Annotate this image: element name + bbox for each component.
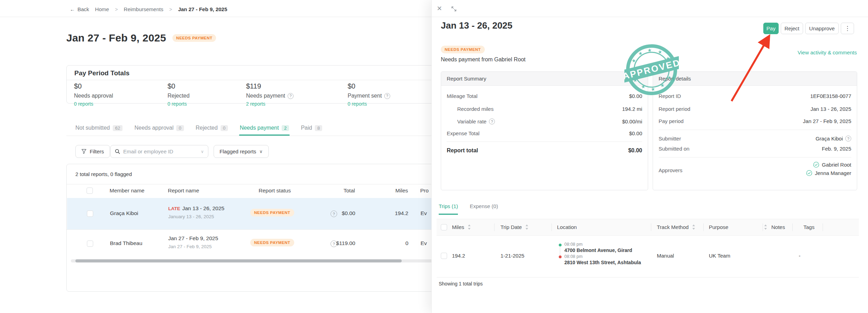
trips-table-header: [437, 219, 859, 236]
trip-row[interactable]: 194.2 1-21-2025 08:08 pm 4700 Belmont Av…: [437, 236, 859, 276]
col-label: Track Method: [657, 224, 689, 230]
total-amount: $0: [348, 82, 390, 90]
funnel-icon: [81, 149, 87, 154]
total-label: Needs approval: [74, 93, 113, 99]
tab-rejected[interactable]: Rejected 0: [196, 125, 228, 136]
back-link[interactable]: ← Back: [70, 6, 89, 12]
sort-icon[interactable]: [468, 224, 471, 230]
tab-needs-approval[interactable]: Needs approval 0: [134, 125, 184, 136]
detail-value: Jan 27 - Feb 9, 2025: [803, 118, 851, 124]
breadcrumb-item-reimbursements[interactable]: Reimbursements: [124, 6, 163, 12]
detail-value: 1EF0E3158-0077: [810, 93, 851, 99]
panel-title: Report details: [659, 76, 691, 82]
sort-icon[interactable]: [764, 224, 767, 230]
filters-button[interactable]: Filters: [75, 145, 110, 158]
summary-total-value: $0.00: [628, 147, 642, 154]
search-input[interactable]: [123, 148, 198, 154]
col-location[interactable]: Location: [557, 224, 577, 230]
more-menu-button[interactable]: ⋮: [841, 23, 854, 34]
help-icon[interactable]: ?: [288, 93, 294, 99]
trip-row-checkbox[interactable]: [441, 253, 447, 259]
col-purpose[interactable]: Purpose: [709, 224, 767, 230]
approvers-label: Approvers: [659, 167, 682, 173]
tab-needs-payment[interactable]: Needs payment 2: [240, 125, 289, 136]
unapprove-button[interactable]: Unapprove: [805, 23, 839, 34]
drawer-status-badge: NEEDS PAYMENT: [441, 46, 485, 53]
summary-row: Variable rate? $0.00/mi: [447, 119, 642, 124]
filters-label: Filters: [90, 148, 104, 154]
row-clipped: Ev: [421, 240, 427, 246]
col-total[interactable]: Total: [307, 188, 355, 194]
breadcrumb-current: Jan 27 - Feb 9, 2025: [178, 6, 227, 12]
reports-link[interactable]: 0 reports: [348, 101, 390, 107]
reports-link[interactable]: 0 reports: [74, 101, 113, 107]
close-icon[interactable]: ×: [437, 3, 442, 13]
col-label: Trip Date: [500, 224, 522, 230]
total-label: Payment sent: [348, 93, 382, 99]
expand-icon[interactable]: [451, 6, 457, 12]
drawer-top-divider: [432, 17, 868, 17]
status-tabs: Not submitted 62 Needs approval 0 Reject…: [75, 125, 322, 136]
pay-button[interactable]: Pay: [763, 23, 779, 34]
reject-button[interactable]: Reject: [781, 23, 803, 34]
summary-divider: [447, 142, 642, 142]
report-name-cell: Jan 27 - Feb 9, 2025 Jan 27 - Feb 9, 202…: [168, 235, 218, 249]
page-status-badge: NEEDS PAYMENT: [172, 34, 216, 42]
page-title: Jan 27 - Feb 9, 2025: [66, 32, 166, 44]
col-clipped[interactable]: Pro: [420, 188, 429, 194]
total-item-needs-payment: $119 Needs payment? 2 reports: [246, 82, 294, 107]
col-tags[interactable]: Tags: [803, 224, 815, 230]
help-icon[interactable]: ?: [384, 93, 390, 99]
tab-paid[interactable]: Paid 8: [301, 125, 322, 136]
sort-icon[interactable]: [525, 224, 528, 230]
tab-label: Needs payment: [240, 125, 279, 131]
column-divider: [763, 223, 763, 231]
breadcrumb-item-home[interactable]: Home: [95, 6, 109, 12]
reports-link[interactable]: 0 reports: [168, 101, 190, 107]
trip-start-time: 08:08 pm: [564, 242, 583, 247]
svg-text:★: ★: [647, 48, 652, 53]
search-box[interactable]: ∨: [110, 145, 208, 158]
detail-row: Report period Jan 13 - 26, 2025: [659, 106, 851, 112]
tab-not-submitted[interactable]: Not submitted 62: [75, 125, 123, 136]
col-notes[interactable]: Notes: [771, 224, 785, 230]
activity-link[interactable]: View activity & comments: [797, 49, 857, 55]
col-report-name[interactable]: Report name: [168, 188, 199, 194]
tab-trips[interactable]: Trips (1): [439, 203, 458, 215]
summary-total-label: Report total: [447, 147, 478, 154]
flagged-reports-dropdown[interactable]: Flagged reports ∨: [214, 145, 269, 158]
total-item-needs-approval: $0 Needs approval 0 reports: [74, 82, 113, 107]
report-details-title: Report details: [653, 72, 857, 86]
col-miles[interactable]: Miles: [374, 188, 408, 194]
select-all-checkbox[interactable]: [87, 188, 93, 194]
trip-end-address: 2810 West 13th Street, Ashtabula: [564, 260, 641, 265]
tab-expense[interactable]: Expense (0): [470, 203, 498, 214]
total-item-payment-sent: $0 Payment sent? 0 reports: [348, 82, 390, 107]
chevron-down-icon: ∨: [201, 149, 204, 154]
reports-link[interactable]: 2 reports: [246, 101, 294, 107]
col-member-name[interactable]: Member name: [110, 188, 144, 194]
breadcrumb-separator: >: [115, 7, 118, 12]
col-report-status[interactable]: Report status: [259, 188, 291, 194]
help-icon[interactable]: ?: [489, 119, 495, 124]
col-miles[interactable]: Miles: [452, 224, 471, 230]
help-icon[interactable]: ?: [845, 136, 851, 142]
back-label: Back: [77, 6, 89, 12]
h-scrollbar-thumb[interactable]: [75, 259, 402, 262]
details-divider: [659, 130, 851, 130]
sort-icon[interactable]: [692, 224, 695, 230]
row-clipped: Ev: [421, 210, 427, 216]
approver-item: Gabriel Root: [806, 162, 851, 168]
col-track-method[interactable]: Track Method: [657, 224, 695, 230]
column-divider: [651, 223, 651, 231]
row-checkbox[interactable]: [87, 241, 93, 247]
detail-row: Report ID 1EF0E3158-0077: [659, 93, 851, 99]
summary-value: $0.00: [629, 130, 642, 136]
row-checkbox[interactable]: [87, 211, 93, 217]
summary-value: 194.2 mi: [622, 106, 642, 112]
trips-footer-divider: [437, 277, 859, 277]
col-trip-date[interactable]: Trip Date: [500, 224, 528, 230]
summary-label-text: Variable rate: [457, 119, 487, 124]
trips-select-all-checkbox[interactable]: [441, 224, 447, 230]
trips-footer: Showing 1 total trips: [439, 281, 483, 287]
